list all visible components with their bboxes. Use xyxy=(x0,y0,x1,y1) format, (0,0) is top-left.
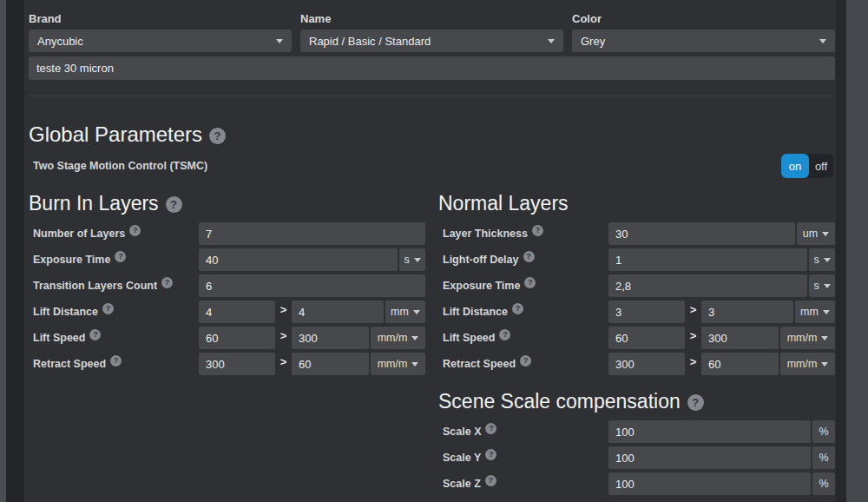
value-input[interactable]: 1 xyxy=(608,248,807,271)
profile-name-input[interactable] xyxy=(29,56,835,80)
value-input[interactable]: 100 xyxy=(608,420,811,443)
unit-select[interactable]: mm xyxy=(795,301,835,323)
help-icon[interactable]: ? xyxy=(485,423,496,434)
help-icon[interactable]: ? xyxy=(161,277,173,288)
help-icon[interactable]: ? xyxy=(520,355,531,367)
unit-select[interactable]: s xyxy=(809,248,835,271)
scene-scale-section: Scene Scale compensation ? Scale X?100%S… xyxy=(438,390,835,495)
param-label-text: Number of Layers xyxy=(33,228,125,240)
param-inputs: 1s xyxy=(608,248,835,271)
chevron-down-icon xyxy=(819,39,826,43)
tsmc-off-button[interactable]: off xyxy=(809,154,833,178)
param-label: Lift Distance? xyxy=(29,306,199,318)
value-input-end[interactable]: 3 xyxy=(701,301,793,323)
param-inputs: 4>4mm xyxy=(199,301,425,323)
unit-select[interactable]: mm xyxy=(385,301,425,323)
param-label: Number of Layers? xyxy=(29,228,199,240)
help-icon[interactable]: ? xyxy=(115,251,126,262)
param-label-text: Exposure Time xyxy=(443,280,520,292)
unit-select[interactable]: mm/m xyxy=(371,353,425,375)
param-label: Exposure Time? xyxy=(29,254,199,266)
help-icon[interactable]: ? xyxy=(485,449,496,460)
param-label: Scale Y? xyxy=(438,452,608,464)
unit-label: s xyxy=(813,254,819,266)
unit-select[interactable]: % xyxy=(812,472,835,495)
value-input-end[interactable]: 4 xyxy=(292,301,384,323)
unit-label: mm xyxy=(391,306,409,318)
param-row: Exposure Time?40s xyxy=(29,248,425,271)
param-inputs: 100% xyxy=(608,420,835,443)
value-input-end[interactable]: 300 xyxy=(292,327,369,349)
help-icon[interactable]: ? xyxy=(110,355,122,367)
name-select[interactable]: Rapid / Basic / Standard xyxy=(300,30,563,52)
value-input-start[interactable]: 300 xyxy=(608,353,685,375)
help-icon[interactable]: ? xyxy=(532,225,543,236)
brand-value: Anycubic xyxy=(37,35,83,48)
param-inputs: 3>3mm xyxy=(608,301,835,323)
value-input[interactable]: 7 xyxy=(199,222,425,245)
value-input[interactable]: 30 xyxy=(608,222,795,245)
transition-arrow: > xyxy=(685,303,701,316)
unit-select[interactable]: % xyxy=(812,446,835,469)
unit-select[interactable]: mm/m xyxy=(780,353,835,375)
tsmc-on-button[interactable]: on xyxy=(781,154,809,178)
burn-in-layers-section: Burn In Layers ? Number of Layers?7Expos… xyxy=(29,192,425,499)
unit-select[interactable]: mm/m xyxy=(780,327,835,349)
help-icon[interactable]: ? xyxy=(523,251,535,262)
param-label-text: Layer Thickness xyxy=(443,228,528,240)
help-icon[interactable]: ? xyxy=(485,475,496,486)
value-input-end[interactable]: 60 xyxy=(701,353,779,375)
brand-field: Brand Anycubic xyxy=(29,12,292,52)
help-icon[interactable]: ? xyxy=(687,394,704,411)
value-input[interactable]: 100 xyxy=(608,446,811,469)
unit-select[interactable]: % xyxy=(812,420,835,443)
color-select[interactable]: Grey xyxy=(572,30,835,52)
brand-select[interactable]: Anycubic xyxy=(29,30,292,52)
color-label: Color xyxy=(572,12,835,25)
value-input-start[interactable]: 3 xyxy=(608,301,685,323)
value-input[interactable]: 2,8 xyxy=(608,274,807,297)
help-icon[interactable]: ? xyxy=(166,196,182,213)
unit-label: % xyxy=(819,426,828,438)
tsmc-row: Two Stage Motion Control (TSMC) on off xyxy=(29,154,835,178)
help-icon[interactable]: ? xyxy=(102,303,114,314)
unit-select[interactable]: um xyxy=(797,222,835,245)
color-value: Grey xyxy=(581,35,605,48)
scene-scale-title: Scene Scale compensation ? xyxy=(438,390,835,413)
value-input-start[interactable]: 60 xyxy=(608,327,685,349)
value-input-start[interactable]: 300 xyxy=(199,353,275,375)
normal-layers-title: Normal Layers xyxy=(438,192,835,215)
param-row: Exposure Time?2,8s xyxy=(438,274,835,297)
unit-select[interactable]: s xyxy=(399,248,425,271)
value-input-end[interactable]: 300 xyxy=(701,327,779,349)
help-icon[interactable]: ? xyxy=(89,329,101,340)
value-input[interactable]: 6 xyxy=(199,274,425,297)
param-row: Retract Speed?300>60mm/m xyxy=(438,353,835,375)
help-icon[interactable]: ? xyxy=(129,225,141,236)
param-label-text: Lift Distance xyxy=(33,306,98,318)
help-icon[interactable]: ? xyxy=(209,128,226,144)
value-input[interactable]: 100 xyxy=(608,472,811,495)
param-inputs: 300>60mm/m xyxy=(608,353,835,375)
help-icon[interactable]: ? xyxy=(499,329,510,340)
name-label: Name xyxy=(300,12,563,25)
param-label: Scale Z? xyxy=(438,478,608,490)
value-input-start[interactable]: 4 xyxy=(199,301,275,323)
param-label-text: Lift Distance xyxy=(443,306,508,318)
param-row: Scale X?100% xyxy=(438,420,835,443)
help-icon[interactable]: ? xyxy=(524,277,536,288)
value-input-end[interactable]: 60 xyxy=(292,353,369,375)
param-label: Layer Thickness? xyxy=(438,228,608,240)
value-input-start[interactable]: 60 xyxy=(199,327,275,349)
right-panel-gutter xyxy=(836,0,846,502)
param-row: Lift Speed?60>300mm/m xyxy=(29,327,425,349)
unit-select[interactable]: s xyxy=(809,274,835,297)
right-panel-edge[interactable] xyxy=(846,0,868,502)
value-input[interactable]: 40 xyxy=(199,248,398,271)
help-icon[interactable]: ? xyxy=(512,303,523,314)
tsmc-label: Two Stage Motion Control (TSMC) xyxy=(29,160,207,172)
param-label: Lift Speed? xyxy=(29,332,199,344)
unit-label: % xyxy=(819,452,828,464)
resin-profile-panel: Brand Anycubic Name Rapid / Basic / Stan… xyxy=(29,0,835,499)
unit-select[interactable]: mm/m xyxy=(371,327,425,349)
